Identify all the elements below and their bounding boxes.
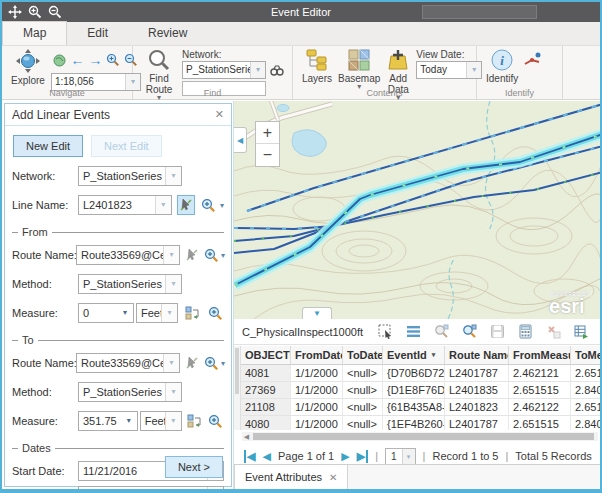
tab-map[interactable]: Map xyxy=(2,21,67,45)
panel-close-icon[interactable]: ✕ xyxy=(215,108,224,121)
explore-button[interactable]: Explore xyxy=(11,48,45,86)
to-route-value: Route33569@Centr xyxy=(77,354,163,372)
layers-button[interactable]: Layers xyxy=(302,48,332,84)
to-zoom-route-dropdown-icon[interactable]: ▾ xyxy=(221,359,225,368)
to-route-dropdown-icon[interactable]: ▾ xyxy=(163,354,179,372)
column-header-objectid[interactable]: OBJECTID xyxy=(241,346,291,365)
table-cell: 2.462122 xyxy=(509,399,571,416)
page-number-dropdown-icon[interactable]: ▾ xyxy=(402,449,415,464)
basemap-button[interactable]: Basemap ▾ xyxy=(338,48,380,90)
map-view[interactable]: ◀ + − ▼ POWERED BY esri xyxy=(234,101,600,319)
new-edit-button[interactable]: New Edit xyxy=(13,135,83,157)
column-header-frommeasure[interactable]: FromMeasure xyxy=(509,346,571,365)
tab-review[interactable]: Review xyxy=(128,22,207,45)
collapse-panel-button[interactable]: ◀ xyxy=(234,127,247,153)
panel-network-dropdown-icon[interactable]: ▾ xyxy=(165,167,181,185)
column-header-fromdate[interactable]: FromDate xyxy=(291,346,343,365)
from-derive-measure-button[interactable] xyxy=(183,303,201,323)
from-zoom-route-dropdown-icon[interactable]: ▾ xyxy=(221,251,225,260)
table-row[interactable]: 40811/1/2000<null>{D70B6D72-3L24017872.4… xyxy=(241,365,600,382)
network-combo[interactable]: P_StationSeries ▾ xyxy=(182,61,266,79)
previous-page-button[interactable]: ◀ xyxy=(262,450,270,463)
table-row[interactable]: 211081/1/2000<null>{61B435A8-3L24018232.… xyxy=(241,399,600,416)
calculator-icon[interactable] xyxy=(518,324,533,339)
hscroll-left-icon[interactable]: ◀ xyxy=(242,432,251,441)
to-unit-combo[interactable]: Feet ▾ xyxy=(140,411,182,431)
to-method-dropdown-icon[interactable]: ▾ xyxy=(165,383,181,401)
next-button[interactable]: Next > xyxy=(165,456,223,478)
end-date-dropdown-icon[interactable]: ▾ xyxy=(207,487,223,493)
table-cell: 1/1/2000 xyxy=(291,399,343,416)
line-name-field-label: Line Name: xyxy=(12,199,78,211)
to-method-combo[interactable]: P_StationSeries ▾ xyxy=(78,382,182,402)
zoom-in-tool-icon[interactable] xyxy=(106,53,120,67)
sort-descending-icon: ▾ xyxy=(432,351,436,359)
select-features-icon[interactable] xyxy=(378,324,393,339)
column-header-tomeasure[interactable]: ToMeasure xyxy=(571,346,600,365)
zoom-to-line-button[interactable] xyxy=(200,195,218,215)
from-method-dropdown-icon[interactable]: ▾ xyxy=(165,275,181,293)
end-date-combo[interactable]: ▾ xyxy=(78,486,224,493)
first-page-button[interactable]: ◀ xyxy=(244,450,255,463)
identify-button[interactable]: i Identify xyxy=(486,48,518,84)
to-derive-measure-button[interactable] xyxy=(187,411,203,431)
to-select-route-button[interactable] xyxy=(185,353,199,373)
zoom-to-line-dropdown-icon[interactable]: ▾ xyxy=(220,201,224,210)
page-number-combo[interactable]: 1 ▾ xyxy=(385,448,416,465)
map-zoom-out-button[interactable]: − xyxy=(256,144,279,166)
from-zoom-measure-button[interactable] xyxy=(206,303,224,323)
end-date-value xyxy=(79,487,207,493)
tab-edit[interactable]: Edit xyxy=(67,22,128,45)
save-icon[interactable] xyxy=(490,324,505,339)
show-selected-records-icon[interactable] xyxy=(406,324,421,339)
from-measure-combo[interactable]: 0 ▾ xyxy=(78,303,134,323)
full-extent-icon[interactable] xyxy=(53,54,66,67)
from-route-combo[interactable]: Route33569@Centr ▾ xyxy=(76,245,180,265)
collapse-table-button[interactable]: ▼ xyxy=(302,307,332,319)
pan-to-selected-icon[interactable] xyxy=(462,324,477,339)
delete-record-icon[interactable] xyxy=(546,324,561,339)
from-route-dropdown-icon[interactable]: ▾ xyxy=(163,246,179,264)
table-row[interactable]: 273691/1/2000<null>{D1E8F76D-FL24018352.… xyxy=(241,382,600,399)
map-zoom-in-button[interactable]: + xyxy=(256,122,279,144)
to-unit-dropdown-icon[interactable]: ▾ xyxy=(165,412,181,430)
network-dropdown-icon[interactable]: ▾ xyxy=(250,62,265,78)
previous-extent-icon[interactable]: ← xyxy=(70,53,84,67)
table-horizontal-scrollbar[interactable]: ◀ xyxy=(242,432,598,441)
next-edit-button[interactable]: Next Edit xyxy=(91,135,162,157)
from-unit-dropdown-icon[interactable]: ▾ xyxy=(161,304,177,322)
column-header-todate[interactable]: ToDate xyxy=(343,346,383,365)
from-select-route-button[interactable] xyxy=(185,245,199,265)
line-name-combo[interactable]: L2401823 ▾ xyxy=(78,195,172,215)
from-measure-dropdown-icon[interactable]: ▾ xyxy=(117,304,133,322)
from-unit-combo[interactable]: Feet ▾ xyxy=(136,303,178,323)
from-method-value: P_StationSeries xyxy=(79,275,165,293)
binoculars-icon[interactable] xyxy=(270,64,284,76)
line-name-dropdown-icon[interactable]: ▾ xyxy=(155,196,171,214)
next-extent-icon[interactable]: → xyxy=(88,53,102,67)
identify-route-button[interactable] xyxy=(524,52,542,68)
titlebar-box[interactable] xyxy=(422,5,537,19)
column-header-eventid[interactable]: EventId▾ xyxy=(383,346,445,365)
export-table-icon[interactable] xyxy=(574,324,589,339)
panel-network-combo[interactable]: P_StationSeries ▾ xyxy=(78,166,182,186)
to-route-combo[interactable]: Route33569@Centr ▾ xyxy=(76,353,180,373)
zoom-to-selected-icon[interactable] xyxy=(434,324,449,339)
from-method-combo[interactable]: P_StationSeries ▾ xyxy=(78,274,182,294)
table-row[interactable]: 40801/1/2000<null>{1EF4B260-FL24017872.6… xyxy=(241,416,600,430)
to-measure-combo[interactable]: 351.75 ▾ xyxy=(78,411,138,431)
to-zoom-route-button[interactable] xyxy=(204,353,219,373)
table-vertical-scrollbar[interactable] xyxy=(234,346,241,430)
view-date-combo[interactable]: Today ▾ xyxy=(416,61,482,79)
explore-icon xyxy=(15,48,41,74)
to-zoom-measure-button[interactable] xyxy=(208,411,224,431)
event-attributes-tab[interactable]: Event Attributes ✕ xyxy=(234,465,348,489)
from-zoom-route-button[interactable] xyxy=(204,245,219,265)
last-page-button[interactable]: ▶ xyxy=(357,450,368,463)
to-measure-dropdown-icon[interactable]: ▾ xyxy=(121,412,137,430)
next-page-button[interactable]: ▶ xyxy=(341,450,349,463)
column-header-route-name[interactable]: Route Name xyxy=(445,346,509,365)
hscroll-thumb[interactable] xyxy=(253,433,594,440)
select-line-on-map-button[interactable] xyxy=(177,195,195,215)
event-attributes-tab-close-icon[interactable]: ✕ xyxy=(329,472,337,483)
